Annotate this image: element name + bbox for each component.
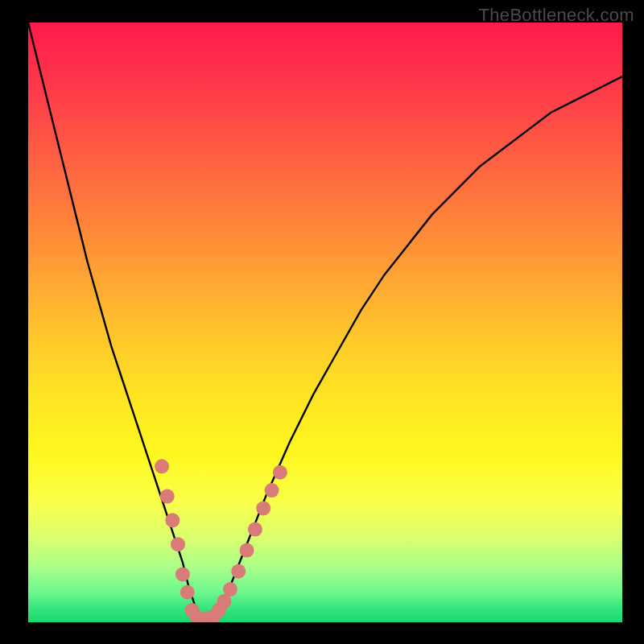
highlight-dot — [165, 513, 180, 527]
highlight-dot — [248, 522, 262, 537]
plot-area — [28, 23, 622, 622]
chart-svg — [28, 23, 622, 622]
highlight-dot — [175, 567, 190, 581]
highlight-dot — [273, 465, 287, 480]
highlight-dot — [180, 585, 195, 600]
highlight-dot — [223, 582, 237, 597]
highlight-dot — [240, 543, 254, 558]
highlight-dot — [171, 537, 185, 551]
highlight-dot — [160, 489, 175, 504]
highlight-dot — [155, 459, 169, 473]
highlight-dot — [256, 501, 270, 515]
bottleneck-curve — [28, 23, 622, 622]
highlight-dots-group — [155, 459, 287, 622]
highlight-dot — [231, 564, 246, 579]
chart-frame: TheBottleneck.com — [0, 0, 644, 644]
highlight-dot — [265, 483, 279, 497]
